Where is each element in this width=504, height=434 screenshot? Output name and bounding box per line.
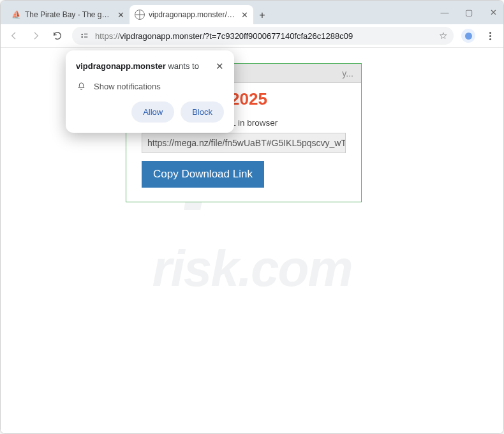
window-controls: — ▢ ✕ <box>440 1 498 24</box>
kebab-menu[interactable] <box>483 29 497 43</box>
maximize-button[interactable]: ▢ <box>464 8 474 17</box>
permission-label: Show notifications <box>94 82 161 91</box>
url-text: https://vipdragonapp.monster/?t=7c9320ff… <box>95 31 434 41</box>
copy-download-link-button[interactable]: Copy Download Link <box>142 161 264 188</box>
profile-avatar[interactable] <box>461 29 475 43</box>
new-tab-button[interactable]: + <box>253 6 271 24</box>
bookmark-star-icon[interactable]: ☆ <box>439 30 447 41</box>
watermark-subtext: risk.com <box>152 239 352 298</box>
address-bar[interactable]: https://vipdragonapp.monster/?t=7c9320ff… <box>72 27 454 45</box>
svg-rect-3 <box>84 36 87 37</box>
tab-title: vipdragonapp.monster/?t=7c93 <box>149 10 237 19</box>
reload-button[interactable] <box>50 29 64 43</box>
tab-pirate-bay[interactable]: ⛵ The Pirate Bay - The galaxy's m ✕ <box>6 5 130 24</box>
notification-permission-dialog: vipdragonapp.monster wants to ✕ Show not… <box>66 50 234 133</box>
close-icon[interactable]: ✕ <box>117 10 124 20</box>
ship-icon: ⛵ <box>11 10 21 20</box>
forward-button[interactable] <box>29 29 43 43</box>
toolbar: https://vipdragonapp.monster/?t=7c9320ff… <box>1 24 503 48</box>
site-info-icon[interactable] <box>78 30 90 41</box>
svg-rect-1 <box>84 34 87 34</box>
close-window-button[interactable]: ✕ <box>488 8 498 17</box>
globe-icon <box>135 10 145 20</box>
tab-vipdragonapp[interactable]: vipdragonapp.monster/?t=7c93 ✕ <box>130 5 253 24</box>
block-button[interactable]: Block <box>181 101 224 123</box>
bell-icon <box>76 81 86 91</box>
permission-origin: vipdragonapp.monster wants to <box>76 61 211 72</box>
tab-strip: ⛵ The Pirate Bay - The galaxy's m ✕ vipd… <box>1 1 503 24</box>
svg-point-2 <box>81 36 83 38</box>
minimize-button[interactable]: — <box>440 8 450 17</box>
close-icon[interactable]: ✕ <box>241 10 248 20</box>
tab-title: The Pirate Bay - The galaxy's m <box>25 10 113 19</box>
back-button[interactable] <box>7 29 21 43</box>
svg-point-0 <box>81 34 83 36</box>
download-url-input[interactable]: https://mega.nz/file/fn5wUaBT#G5IKL5pqsc… <box>142 133 346 153</box>
close-icon[interactable]: ✕ <box>216 61 224 72</box>
allow-button[interactable]: Allow <box>131 101 174 123</box>
